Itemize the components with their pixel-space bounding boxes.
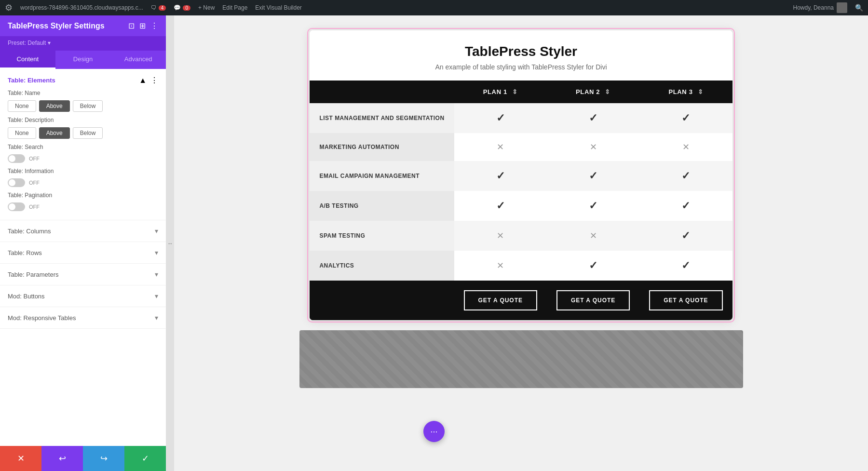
cta-plan3-button[interactable]: GET A QUOTE [649, 290, 722, 310]
redo-button[interactable]: ↪ [83, 446, 124, 471]
plan3-cell: ✓ [639, 191, 732, 221]
table-elements-header[interactable]: Table: Elements ▲ ⋮ [8, 76, 158, 85]
plan2-cell: ✕ [547, 133, 639, 161]
table-columns-section[interactable]: Table: Columns ▾ [0, 220, 166, 242]
sidebar-title-row: TablePress Styler Settings [8, 22, 105, 30]
mod-buttons-title: Mod: Buttons [8, 293, 45, 300]
sidebar-tabs: Content Design Advanced [0, 51, 166, 69]
table-name-above[interactable]: Above [39, 100, 70, 112]
edit-page-button[interactable]: Edit Page [222, 4, 247, 11]
fab-icon: ··· [430, 427, 437, 437]
table-desc-above[interactable]: Above [39, 127, 70, 139]
plan2-cell: ✓ [547, 103, 639, 133]
sidebar-preset[interactable]: Preset: Default ▾ [0, 36, 166, 51]
avatar [837, 2, 847, 13]
col-plan2: PLAN 2 ⇕ [547, 81, 639, 103]
new-post-button[interactable]: + New [198, 4, 215, 11]
mod-buttons-section[interactable]: Mod: Buttons ▾ [0, 285, 166, 307]
chevron-down-icon: ▾ [155, 292, 158, 300]
plan1-cell: ✓ [454, 103, 547, 133]
plan1-cell: ✕ [454, 133, 547, 161]
tab-content[interactable]: Content [0, 51, 55, 69]
section-icons: ▲ ⋮ [139, 76, 158, 85]
fab-button[interactable]: ··· [423, 421, 445, 442]
table-row: MARKETING AUTOMATION✕✕✕ [310, 133, 732, 161]
col-plan3: PLAN 3 ⇕ [639, 81, 732, 103]
sort-icon[interactable]: ⇕ [512, 88, 518, 95]
table-rows-section[interactable]: Table: Rows ▾ [0, 242, 166, 264]
table-name-none[interactable]: None [8, 100, 36, 112]
table-search-toggle-row: OFF [8, 154, 158, 163]
feature-cell: LIST MANAGEMENT AND SEGMENTATION [310, 103, 454, 133]
table-parameters-section[interactable]: Table: Parameters ▾ [0, 264, 166, 285]
plan2-label: PLAN 2 [576, 88, 600, 95]
table-info-toggle-row: OFF [8, 178, 158, 187]
undo-button[interactable]: ↩ [41, 446, 83, 471]
save-icon: ✓ [142, 453, 149, 464]
cta-plan1-button[interactable]: GET A QUOTE [464, 290, 537, 310]
plan1-cell: ✕ [454, 221, 547, 251]
table-search-toggle[interactable] [8, 154, 25, 163]
exit-builder-button[interactable]: Exit Visual Builder [255, 4, 302, 11]
table-info-toggle[interactable] [8, 178, 25, 187]
tab-advanced[interactable]: Advanced [110, 51, 166, 69]
cancel-button[interactable]: ✕ [0, 446, 41, 471]
table-pagination-toggle[interactable] [8, 202, 25, 211]
updates-count[interactable]: 💬 0 [174, 4, 190, 11]
table-elements-section: Table: Elements ▲ ⋮ Table: Name None Abo… [0, 69, 166, 220]
table-info-label: Table: Information [8, 168, 158, 175]
plan3-label: PLAN 3 [668, 88, 692, 95]
wp-logo-icon[interactable]: ⚙ [5, 2, 13, 13]
sidebar-footer: ✕ ↩ ↪ ✓ [0, 446, 166, 471]
chevron-down-icon: ▾ [155, 249, 158, 256]
sort-icon[interactable]: ⇕ [605, 88, 610, 95]
cta-plan2-button[interactable]: GET A QUOTE [556, 290, 630, 310]
table-row: LIST MANAGEMENT AND SEGMENTATION✓✓✓ [310, 103, 732, 133]
main-layout: TablePress Styler Settings ⊡ ⊞ ⋮ Preset:… [0, 15, 868, 471]
resize-handle[interactable] [166, 15, 174, 471]
table-desc-none[interactable]: None [8, 127, 36, 139]
table-title: TablePress Styler [319, 44, 722, 59]
grid-icon[interactable]: ⊞ [139, 21, 146, 30]
mod-responsive-section[interactable]: Mod: Responsive Tables ▾ [0, 307, 166, 329]
table-name-buttons: None Above Below [8, 100, 158, 112]
chevron-down-icon: ▾ [155, 314, 158, 322]
table-pagination-toggle-row: OFF [8, 202, 158, 211]
table-name-below[interactable]: Below [73, 100, 103, 112]
site-url[interactable]: wordpress-784896-3610405.cloudwaysapps.c… [20, 4, 143, 11]
footer-cta-plan2: GET A QUOTE [547, 281, 639, 320]
plan3-cell: ✓ [639, 161, 732, 191]
chevron-down-icon: ▾ [155, 227, 158, 235]
plan2-cell: ✓ [547, 161, 639, 191]
menu-icon[interactable]: ⋮ [150, 21, 158, 30]
plan1-cell: ✓ [454, 191, 547, 221]
table-footer-row: GET A QUOTE GET A QUOTE GET A QUOTE [310, 281, 732, 320]
table-columns-title: Table: Columns [8, 228, 51, 235]
collapse-icon[interactable]: ▲ [139, 76, 147, 85]
table-row: A/B TESTING✓✓✓ [310, 191, 732, 221]
plan1-cell: ✕ [454, 251, 547, 281]
table-header-row: PLAN 1 ⇕ PLAN 2 ⇕ PLAN 3 ⇕ [310, 81, 732, 103]
tab-design[interactable]: Design [55, 51, 111, 69]
table-info-toggle-label: OFF [29, 180, 40, 186]
table-rows-title: Table: Rows [8, 249, 42, 256]
feature-cell: A/B TESTING [310, 191, 454, 221]
table-desc-below[interactable]: Below [73, 127, 103, 139]
table-pagination-label: Table: Pagination [8, 192, 158, 199]
table-desc-label: Table: Description [8, 117, 158, 123]
table-row: ANALYTICS✕✓✓ [310, 251, 732, 281]
table-elements-title: Table: Elements [8, 77, 55, 84]
window-icon[interactable]: ⊡ [128, 21, 135, 30]
footer-cta-plan3: GET A QUOTE [639, 281, 732, 320]
section-menu-icon[interactable]: ⋮ [150, 76, 158, 85]
footer-empty-cell [310, 281, 454, 320]
search-icon[interactable]: 🔍 [855, 4, 863, 12]
sort-icon[interactable]: ⇕ [698, 88, 704, 95]
comments-count[interactable]: 🗨 4 [151, 4, 166, 11]
table-title-section: TablePress Styler An example of table st… [310, 30, 732, 81]
save-button[interactable]: ✓ [124, 446, 166, 471]
chevron-down-icon: ▾ [155, 270, 158, 278]
table-preview-wrapper: TablePress Styler An example of table st… [309, 30, 732, 321]
plan3-cell: ✕ [639, 133, 732, 161]
plan1-cell: ✓ [454, 161, 547, 191]
